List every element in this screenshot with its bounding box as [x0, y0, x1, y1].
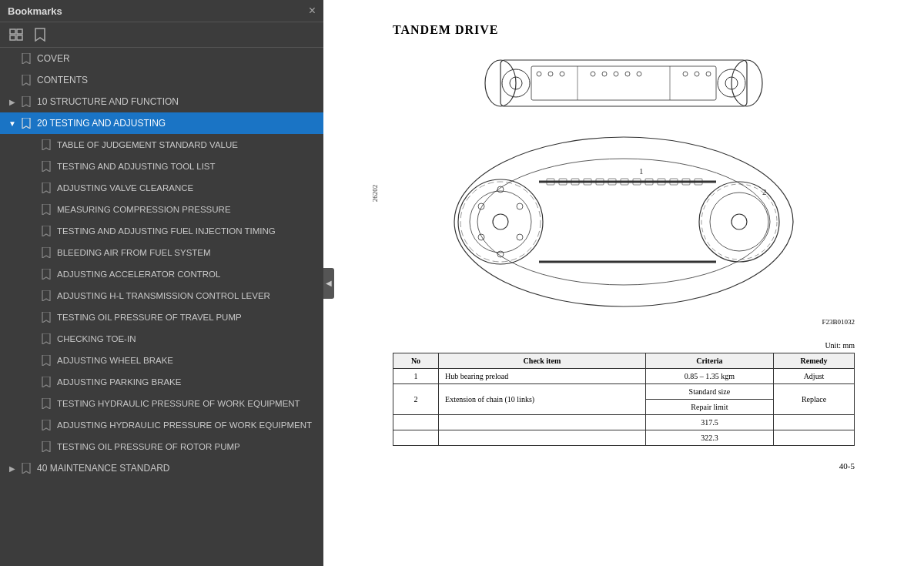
expand-placeholder: [6, 76, 18, 85]
figure-label: F23B01032: [393, 318, 855, 326]
structure-expand-arrow: ▶: [6, 98, 18, 106]
bookmark-item-hydraulic-work1[interactable]: TESTING HYDRAULIC PRESSURE OF WORK EQUIP…: [0, 393, 323, 414]
bookmark-item-valve[interactable]: ADJUSTING VALVE CLEARANCE: [0, 177, 323, 199]
bookmark-item-bleeding[interactable]: BLEEDING AIR FROM FUEL SYSTEM: [0, 242, 323, 263]
svg-point-41: [732, 214, 747, 229]
bookmark-list[interactable]: COVER CONTENTS ▶ 10 STRUCTURE AND FUNCTI…: [0, 48, 323, 566]
table-row-2d: 322.3: [393, 430, 855, 446]
svg-point-19: [695, 72, 699, 76]
bookmark-icon-tool-list: [40, 160, 52, 172]
row2-remedy: Replace: [773, 384, 854, 415]
svg-point-31: [478, 203, 484, 209]
bookmark-item-judgement[interactable]: TABLE OF JUDGEMENT STANDARD VALUE: [0, 134, 323, 156]
svg-point-17: [637, 72, 641, 76]
bookmark-label-parking-brake: ADJUSTING PARKING BRAKE: [57, 377, 317, 388]
bookmark-label-toe-in: CHECKING TOE-IN: [57, 333, 317, 345]
bookmark-item-accelerator[interactable]: ADJUSTING ACCELERATOR CONTROL: [0, 263, 323, 285]
bookmark-item-toe-in[interactable]: CHECKING TOE-IN: [0, 328, 323, 350]
bookmark-label-fuel-timing: TESTING AND ADJUSTING FUEL INJECTION TIM…: [57, 226, 317, 237]
bookmark-icon-wheel-brake: [40, 354, 52, 367]
col-no: No: [393, 353, 439, 369]
bookmark-icon-toe-in: [40, 333, 52, 345]
bookmark-icon-fuel-timing: [40, 225, 52, 237]
row2d-empty1: [393, 430, 439, 446]
col-check-item: Check item: [439, 353, 646, 369]
bookmark-item-wheel-brake[interactable]: ADJUSTING WHEEL BRAKE: [0, 350, 323, 371]
bookmark-label-tool-list: TESTING AND ADJUSTING TOOL LIST: [57, 161, 317, 172]
bookmark-item-rotor-pump[interactable]: TESTING OIL PRESSURE OF ROTOR PUMP: [0, 436, 323, 457]
svg-point-16: [625, 72, 630, 76]
bookmark-icon-cover: [20, 52, 32, 65]
bookmark-icon-rotor-pump: [40, 440, 52, 453]
bookmark-item-contents[interactable]: CONTENTS: [0, 69, 323, 91]
bookmark-icon-testing: [20, 117, 32, 129]
col-remedy: Remedy: [773, 353, 854, 369]
bookmark-item-tool-list[interactable]: TESTING AND ADJUSTING TOOL LIST: [0, 156, 323, 177]
collapse-panel-button[interactable]: ◀: [323, 268, 334, 299]
expand-placeholder: [6, 55, 18, 63]
row2c-empty2: [439, 415, 646, 430]
row2-repair-header: Repair limit: [645, 400, 773, 415]
bookmark-label-valve: ADJUSTING VALVE CLEARANCE: [57, 183, 317, 194]
bookmark-label-wheel-brake: ADJUSTING WHEEL BRAKE: [57, 355, 317, 367]
bookmark-icon-bleeding: [40, 246, 52, 259]
sidebar: Bookmarks × COVER: [0, 0, 323, 566]
svg-point-36: [517, 234, 523, 240]
bookmark-view-button[interactable]: [31, 26, 49, 43]
tandem-drive-diagram: 26202: [393, 52, 855, 333]
bookmark-icon-valve: [40, 182, 52, 194]
svg-point-26: [477, 159, 770, 285]
row2-check-item: Extension of chain (10 links): [439, 384, 646, 415]
row1-remedy: Adjust: [773, 369, 854, 384]
bookmark-label-testing: 20 TESTING AND ADJUSTING: [37, 118, 317, 129]
bookmark-icon-parking-brake: [40, 376, 52, 388]
bookmark-icon-hl-trans: [40, 290, 52, 302]
svg-rect-1: [17, 29, 22, 34]
svg-point-15: [614, 72, 618, 76]
svg-point-14: [602, 72, 607, 76]
row1-check-item: Hub bearing preload: [439, 369, 646, 384]
expand-all-button[interactable]: [6, 27, 26, 42]
pdf-page: TANDEM DRIVE 26202: [323, 0, 924, 566]
svg-point-40: [710, 193, 768, 251]
row2c-standard-val: 317.5: [645, 415, 773, 430]
svg-point-27: [458, 179, 543, 264]
row2d-repair-val: 322.3: [645, 430, 773, 446]
row2c-empty1: [393, 415, 439, 430]
svg-text:2: 2: [762, 187, 767, 196]
bookmark-item-structure[interactable]: ▶ 10 STRUCTURE AND FUNCTION: [0, 91, 323, 112]
svg-rect-2: [10, 35, 15, 40]
bookmark-icon-oil-travel: [40, 311, 52, 323]
bookmark-item-hl-trans[interactable]: ADJUSTING H-L TRANSMISSION CONTROL LEVER: [0, 285, 323, 306]
bookmark-icon-judgement: [40, 139, 52, 151]
bookmark-item-oil-travel[interactable]: TESTING OIL PRESSURE OF TRAVEL PUMP: [0, 306, 323, 328]
bookmark-item-cover[interactable]: COVER: [0, 48, 323, 69]
bookmark-item-compression[interactable]: MEASURING COMPRESSION PRESSURE: [0, 199, 323, 220]
page-number: 40-5: [393, 461, 855, 471]
svg-point-28: [470, 191, 531, 253]
sidebar-header: Bookmarks ×: [0, 0, 323, 22]
bookmark-icon-contents: [20, 74, 32, 86]
table-row-2c: 317.5: [393, 415, 855, 430]
bookmark-item-fuel-timing[interactable]: TESTING AND ADJUSTING FUEL INJECTION TIM…: [0, 220, 323, 242]
bookmark-icon-hydraulic-work2: [40, 419, 52, 431]
bookmark-icon-maintenance: [20, 462, 32, 474]
bookmark-label-hydraulic-work1: TESTING HYDRAULIC PRESSURE OF WORK EQUIP…: [57, 398, 317, 410]
sidebar-toolbar: [0, 22, 323, 48]
bookmark-icon-compression: [40, 203, 52, 216]
specification-table: No Check item Criteria Remedy 1 Hub bear…: [393, 353, 855, 446]
table-row-1: 1 Hub bearing preload 0.85 – 1.35 kgm Ad…: [393, 369, 855, 384]
bookmark-item-maintenance[interactable]: ▶ 40 MAINTENANCE STANDARD: [0, 457, 323, 479]
bookmark-item-testing[interactable]: ▼ 20 TESTING AND ADJUSTING: [0, 112, 323, 134]
bookmark-icon-hydraulic-work1: [40, 397, 52, 410]
main-content: TANDEM DRIVE 26202: [323, 0, 924, 566]
bookmark-label-structure: 10 STRUCTURE AND FUNCTION: [37, 96, 317, 107]
svg-point-11: [548, 72, 553, 76]
close-button[interactable]: ×: [309, 5, 316, 17]
bookmark-icon-accelerator: [40, 268, 52, 280]
bookmark-label-hydraulic-work2: ADJUSTING HYDRAULIC PRESSURE OF WORK EQU…: [57, 420, 317, 431]
bookmark-item-hydraulic-work2[interactable]: ADJUSTING HYDRAULIC PRESSURE OF WORK EQU…: [0, 414, 323, 436]
bookmark-item-parking-brake[interactable]: ADJUSTING PARKING BRAKE: [0, 371, 323, 393]
page-title: TANDEM DRIVE: [393, 23, 855, 37]
bookmark-label-hl-trans: ADJUSTING H-L TRANSMISSION CONTROL LEVER: [57, 290, 317, 302]
